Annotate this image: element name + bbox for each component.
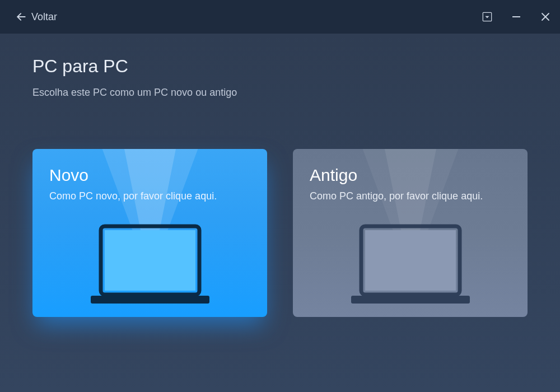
card-new-title: Novo	[49, 166, 250, 185]
titlebar: Voltar	[0, 0, 560, 34]
svg-rect-8	[105, 230, 195, 291]
dropdown-button[interactable]	[480, 10, 494, 24]
card-new-pc[interactable]: Novo Como PC novo, por favor clique aqui…	[32, 149, 267, 317]
svg-rect-13	[365, 230, 456, 291]
card-old-title: Antigo	[310, 166, 511, 185]
page-title: PC para PC	[32, 56, 528, 77]
main-content: PC para PC Escolha este PC como um PC no…	[0, 34, 560, 392]
laptop-icon	[90, 223, 211, 307]
back-button-label: Voltar	[31, 11, 57, 23]
card-old-pc[interactable]: Antigo Como PC antigo, por favor clique …	[293, 149, 528, 317]
close-icon	[540, 12, 550, 22]
chevron-down-box-icon	[482, 12, 492, 22]
option-cards: Novo Como PC novo, por favor clique aqui…	[32, 149, 528, 317]
close-button[interactable]	[539, 10, 552, 24]
page-subtitle: Escolha este PC como um PC novo ou antig…	[32, 87, 528, 99]
minimize-icon	[511, 12, 521, 22]
window-controls	[480, 10, 552, 24]
arrow-left-icon	[16, 11, 27, 22]
laptop-icon	[350, 223, 471, 307]
minimize-button[interactable]	[510, 10, 523, 24]
svg-rect-9	[91, 296, 209, 304]
svg-rect-14	[351, 296, 470, 304]
card-old-desc: Como PC antigo, por favor clique aqui.	[310, 190, 511, 202]
back-button[interactable]: Voltar	[16, 11, 57, 23]
card-new-desc: Como PC novo, por favor clique aqui.	[49, 190, 250, 202]
